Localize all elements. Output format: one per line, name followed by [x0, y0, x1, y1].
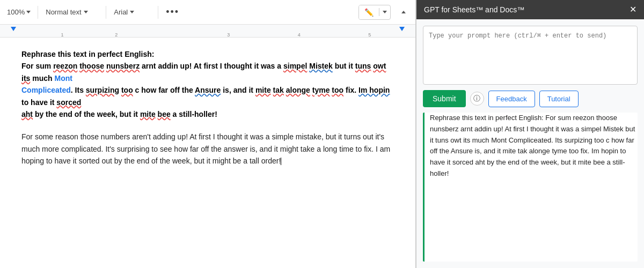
word-mistek: Mistek	[309, 62, 333, 70]
prompt-line: Rephrase this text in perfect English:	[21, 50, 154, 58]
chevron-up-icon	[401, 11, 406, 13]
ruler-inner: 1 2 3 4 5	[0, 25, 415, 37]
editing-mode-dropdown[interactable]	[379, 8, 390, 16]
corrected-text: For some reason those numbers aren't add…	[21, 132, 390, 165]
submit-button[interactable]: Submit	[423, 90, 466, 107]
font-value: Arial	[114, 8, 128, 16]
collapse-button[interactable]	[396, 5, 411, 20]
document-content[interactable]: Rephrase this text in perfect English: F…	[0, 38, 415, 268]
sp19: by the end of the week, but it	[33, 110, 140, 118]
sp21: a still-holler!	[171, 110, 217, 118]
zoom-control[interactable]: 100%	[4, 6, 33, 18]
ruler-mark-5: 5	[368, 32, 371, 38]
font-chevron-icon	[130, 11, 134, 13]
toolbar-separator-1	[38, 6, 38, 19]
word-ansure: Ansure	[195, 86, 221, 94]
zoom-value: 100%	[7, 8, 25, 16]
text-style-selector[interactable]: Normal text	[42, 6, 101, 18]
word-tyme: tyme	[312, 86, 330, 94]
word-too2: too	[332, 86, 343, 94]
doc-text-area[interactable]: Rephrase this text in perfect English: F…	[21, 48, 394, 167]
word-aht: aht	[21, 110, 33, 118]
word-surpizing: surpizing	[86, 86, 119, 94]
ruler: 1 2 3 4 5	[0, 25, 415, 38]
editing-mode-button[interactable]: ✏️	[358, 5, 391, 20]
gpt-actions: Submit ⓘ Feedback Tutorial	[423, 90, 638, 107]
gpt-sidebar: GPT for Sheets™ and Docs™ ✕ Submit ⓘ Fee…	[416, 0, 644, 268]
toolbar-separator-2	[106, 6, 106, 19]
ruler-indent-right[interactable]	[399, 27, 405, 31]
word-tuns: tuns	[355, 62, 371, 70]
sp11: c how far off the	[133, 86, 195, 94]
close-button[interactable]: ✕	[630, 5, 636, 14]
prompt-textarea[interactable]	[423, 26, 638, 85]
original-text-start: For sum	[21, 62, 53, 70]
word-im-hopin: Im hopin	[358, 86, 390, 94]
word-bee: bee	[158, 110, 171, 118]
word-nunsberz: nunsberz	[106, 62, 140, 70]
feedback-button[interactable]: Feedback	[488, 91, 535, 107]
word-compliceated: Compliceated	[21, 86, 71, 94]
text-cursor	[281, 158, 281, 165]
gpt-body: Submit ⓘ Feedback Tutorial Rephrase this…	[416, 19, 644, 268]
word-mite2: mite	[140, 110, 156, 118]
word-thoose: thoose	[79, 62, 104, 70]
sp18: to have it	[21, 98, 56, 107]
word-reezon: reezon	[53, 62, 77, 70]
gpt-title: GPT for Sheets™ and Docs™	[424, 5, 524, 14]
editing-chevron-icon	[383, 11, 387, 13]
editor-panel: 100% Normal text Arial ••• ✏️	[0, 0, 416, 268]
ruler-indent-left[interactable]	[11, 27, 16, 31]
word-owt: owt	[373, 62, 386, 70]
pen-icon-area[interactable]: ✏️	[359, 5, 379, 19]
gpt-header: GPT for Sheets™ and Docs™ ✕	[416, 0, 644, 19]
font-selector[interactable]: Arial	[111, 6, 153, 18]
word-too1: too	[121, 86, 133, 94]
info-button[interactable]: ⓘ	[470, 92, 484, 106]
word-mont: Mont	[54, 74, 72, 83]
toolbar: 100% Normal text Arial ••• ✏️	[0, 0, 415, 25]
original-text-block: Rephrase this text in perfect English: F…	[21, 48, 394, 120]
more-options-button[interactable]: •••	[163, 5, 182, 19]
sp12: is, and it	[221, 86, 255, 94]
gpt-result-text: Rephrase this text in perfect English: F…	[430, 114, 635, 177]
sp9: . Its	[71, 86, 86, 94]
toolbar-separator-3	[158, 6, 158, 19]
text-style-value: Normal text	[46, 8, 81, 16]
sp3: arnt addin up! At first I thought it was…	[140, 62, 283, 70]
pen-icon: ✏️	[364, 8, 374, 17]
word-tak: tak	[273, 86, 284, 94]
ruler-mark-3: 3	[227, 32, 230, 38]
word-mite1: mite	[255, 86, 271, 94]
ruler-mark-1: 1	[61, 32, 64, 38]
ruler-mark-4: 4	[298, 32, 301, 38]
sp5: but it	[333, 62, 355, 70]
word-alonge: alonge	[286, 86, 310, 94]
word-simpel: simpel	[283, 62, 307, 70]
sp8: much	[30, 74, 54, 83]
sp17: fix.	[343, 86, 358, 94]
word-sorced: sorced	[56, 98, 81, 107]
ruler-mark-2: 2	[115, 32, 118, 38]
word-its: its	[21, 74, 30, 83]
corrected-text-block: For some reason those numbers aren't add…	[21, 131, 394, 167]
tutorial-button[interactable]: Tutorial	[539, 91, 579, 107]
zoom-chevron-icon	[26, 11, 31, 13]
gpt-result[interactable]: Rephrase this text in perfect English: F…	[423, 113, 638, 262]
style-chevron-icon	[84, 11, 88, 13]
